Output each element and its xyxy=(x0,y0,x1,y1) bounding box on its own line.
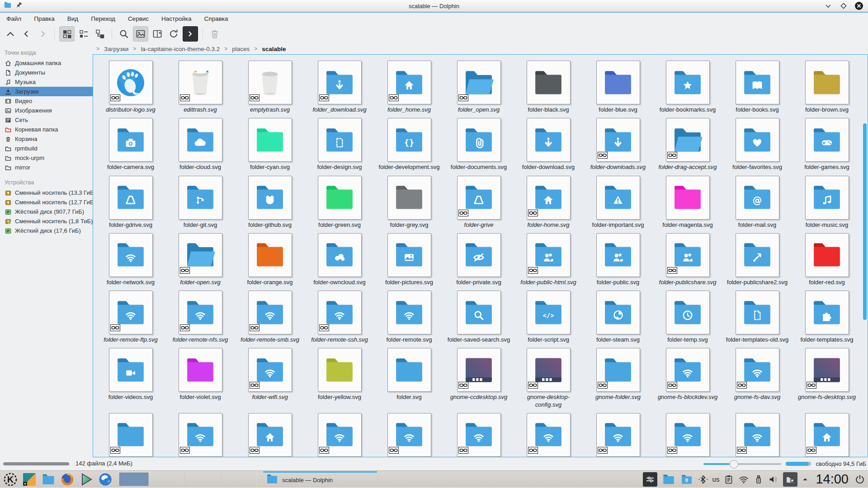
menu-item-2[interactable]: Правка xyxy=(34,15,55,22)
file-item[interactable] xyxy=(653,413,722,457)
file-item[interactable]: {}folder-development.svg xyxy=(374,118,444,171)
clipboard-icon[interactable] xyxy=(723,474,734,485)
file-item[interactable]: folder-gdrive.svg xyxy=(96,176,165,229)
file-icon[interactable] xyxy=(736,61,779,104)
file-item[interactable]: gnome-fs-dav.svg xyxy=(722,348,792,408)
sidebar-item-rpmbuild[interactable]: rpmbuild xyxy=(0,144,93,153)
file-icon[interactable] xyxy=(248,413,292,457)
file-icon[interactable] xyxy=(248,118,292,162)
file-item[interactable]: folder-grey.svg xyxy=(374,176,444,229)
file-item[interactable]: folder-downloads.svg xyxy=(583,118,653,171)
preview-button[interactable] xyxy=(133,26,148,42)
file-item[interactable] xyxy=(96,413,165,457)
close-button[interactable] xyxy=(854,1,863,10)
file-icon[interactable] xyxy=(248,348,292,392)
vertical-scrollbar[interactable] xyxy=(863,123,867,320)
file-icon[interactable] xyxy=(109,176,153,220)
file-item[interactable]: folder-games.svg xyxy=(792,118,862,171)
file-item[interactable]: folder_open.svg xyxy=(444,61,514,113)
file-item[interactable]: folder_home.svg xyxy=(374,61,444,113)
file-icon[interactable] xyxy=(179,176,222,220)
file-icon[interactable] xyxy=(179,291,222,334)
file-item[interactable]: folder-favorites.svg xyxy=(722,118,792,171)
icon-view[interactable]: distributor-logo.svg edittrash.svg empty… xyxy=(93,54,868,457)
sidebar-item-корзина[interactable]: Корзина xyxy=(0,134,93,144)
file-item[interactable]: folder-network.svg xyxy=(96,233,165,286)
breadcrumb-item-3[interactable]: places xyxy=(232,46,250,52)
minimize-button[interactable] xyxy=(824,1,833,10)
file-icon[interactable] xyxy=(109,291,153,334)
media-player-launcher[interactable] xyxy=(79,472,94,487)
file-item[interactable]: folder-documents.svg xyxy=(444,118,514,171)
file-icon[interactable] xyxy=(805,233,849,277)
file-item[interactable]: gnome-ccdesktop.svg xyxy=(444,348,514,408)
file-icon[interactable] xyxy=(666,118,710,162)
file-item[interactable]: gnome-desktop-config.svg xyxy=(514,348,583,408)
file-item[interactable]: folder-design.svg xyxy=(305,118,374,171)
file-icon[interactable] xyxy=(457,118,501,162)
file-item[interactable]: emptytrash.svg xyxy=(235,61,305,113)
file-icon[interactable] xyxy=(805,413,849,457)
file-icon[interactable] xyxy=(457,348,501,392)
file-item[interactable]: folder-cloud.svg xyxy=(165,118,235,171)
file-icon[interactable] xyxy=(318,233,362,277)
file-icon[interactable] xyxy=(179,348,222,392)
file-item[interactable]: folder-violet.svg xyxy=(165,348,235,408)
sidebar-item-музыка[interactable]: Музыка xyxy=(0,77,93,87)
file-item[interactable] xyxy=(374,413,444,457)
file-item[interactable]: folder-drag-accept.svg xyxy=(653,118,722,171)
file-icon[interactable] xyxy=(805,291,849,334)
file-icon[interactable] xyxy=(457,176,501,220)
sidebar-item-ж-сткий-диск-17-6-гиб-[interactable]: Жёсткий диск (17,6 ГиБ) xyxy=(0,226,93,235)
file-icon[interactable] xyxy=(596,413,640,457)
file-item[interactable]: folder-remote-ssh.svg xyxy=(305,291,374,343)
file-icon[interactable] xyxy=(248,176,292,220)
menu-item-6[interactable]: Настройка xyxy=(161,15,191,22)
file-item[interactable]: folder-publicshare.svg xyxy=(653,233,722,286)
file-item[interactable]: folder-templates-old.svg xyxy=(722,291,792,343)
file-icon[interactable]: {} xyxy=(387,118,431,162)
file-item[interactable]: folder.svg xyxy=(374,348,444,408)
file-icon[interactable] xyxy=(457,291,501,334)
file-item[interactable]: gnome-folder.svg xyxy=(583,348,653,408)
file-icon[interactable] xyxy=(387,348,431,392)
file-item[interactable]: folder-templates.svg xyxy=(792,291,862,343)
file-icon[interactable] xyxy=(387,61,431,104)
power-icon[interactable] xyxy=(854,474,865,485)
file-icon[interactable] xyxy=(248,291,292,334)
sidebar-item-mock-urpm[interactable]: mock-urpm xyxy=(0,153,93,163)
file-icon[interactable] xyxy=(805,118,849,162)
browser-launcher[interactable] xyxy=(98,472,113,487)
file-icon[interactable] xyxy=(527,61,571,104)
bluetooth-icon[interactable] xyxy=(698,474,708,485)
sidebar-item-видео[interactable]: Видео xyxy=(0,96,93,106)
file-item[interactable]: folder-music.svg xyxy=(792,176,862,229)
volume-icon[interactable] xyxy=(768,474,779,485)
file-icon[interactable] xyxy=(457,61,501,104)
sidebar-item-сменный-носитель-12-7-гиб-[interactable]: Сменный носитель (12,7 ГиБ) xyxy=(0,197,93,207)
sidebar-item-изображения[interactable]: Изображения xyxy=(0,106,93,115)
zoom-slider[interactable] xyxy=(703,463,781,465)
file-icon[interactable] xyxy=(596,233,640,277)
file-item[interactable]: folder-brown.svg xyxy=(792,61,862,113)
file-item[interactable]: folder-yellow.svg xyxy=(305,348,374,408)
file-icon[interactable] xyxy=(666,176,710,220)
file-icon[interactable] xyxy=(736,348,779,392)
go-back-button[interactable] xyxy=(19,27,33,41)
file-item[interactable]: folder-home.svg xyxy=(514,176,583,229)
file-item[interactable]: folder-cyan.svg xyxy=(235,118,305,171)
sidebar-item-документы[interactable]: Документы xyxy=(0,68,93,77)
file-icon[interactable] xyxy=(527,413,571,457)
sidebar-item-сменный-носитель-1-8-тиб-[interactable]: Сменный носитель (1,8 ТиБ) xyxy=(0,216,93,226)
file-item[interactable]: folder-important.svg xyxy=(583,176,653,229)
firefox-launcher[interactable] xyxy=(60,472,75,487)
sidebar-item-корневая-папка[interactable]: Корневая папка xyxy=(0,125,93,134)
view-icons-button[interactable] xyxy=(59,26,75,42)
file-item[interactable]: folder-red.svg xyxy=(792,233,862,286)
file-icon[interactable] xyxy=(179,233,222,277)
file-icon[interactable] xyxy=(248,233,292,277)
file-item[interactable]: folder-magenta.svg xyxy=(653,176,722,229)
sidebar-item-ж-сткий-диск-907-7-гиб-[interactable]: Жёсткий диск (907,7 ГиБ) xyxy=(0,207,93,216)
file-icon[interactable] xyxy=(387,233,431,277)
file-item[interactable]: folder-public-html.svg xyxy=(514,233,583,286)
